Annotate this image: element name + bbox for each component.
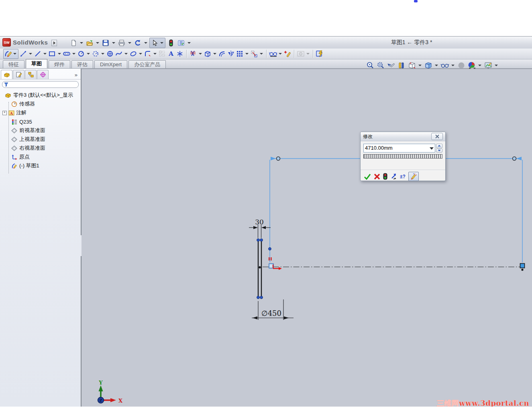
rectangle-button[interactable] [48,50,56,58]
select-button[interactable] [151,39,159,47]
display-relations-button[interactable] [269,50,277,58]
view-orientation-button[interactable] [407,61,416,70]
tree-item-right-plane[interactable]: 右视基准面 [0,144,81,153]
tree-item-front-plane[interactable]: 前视基准面 [0,126,81,135]
tab-dimxpert[interactable]: DimXpert [94,60,127,68]
new-dropdown-icon[interactable] [80,42,83,44]
tree-filter[interactable] [2,81,79,88]
polygon-button[interactable] [106,50,114,58]
accept-button[interactable] [364,173,371,180]
smart-dimension-button[interactable] [19,50,27,58]
rebuild-button-dialog[interactable] [383,173,387,180]
line-dropdown-icon[interactable] [43,53,47,55]
save-dropdown-icon[interactable] [112,42,115,44]
section-view-button[interactable] [397,61,406,70]
menu-flyout-arrow-icon[interactable] [51,40,57,46]
arc-button[interactable] [92,50,100,58]
shaded-sketch-contours-button[interactable] [316,50,324,58]
thumbwheel[interactable] [363,154,442,159]
display-style-dropdown-icon[interactable] [435,65,438,66]
slot-button[interactable] [63,50,71,58]
offset-entities-button[interactable] [218,50,226,58]
circle-dropdown-icon[interactable] [87,53,90,55]
linear-pattern-button[interactable] [236,50,244,58]
zoom-to-area-button[interactable] [376,61,385,70]
spline-button[interactable] [115,50,123,58]
dim-handle-left[interactable] [277,157,280,161]
circle-button[interactable] [77,50,85,58]
width-dimension-text[interactable]: 30 [255,218,264,226]
configuration-manager-tab[interactable] [25,70,37,79]
value-spinner[interactable] [436,144,442,153]
tab-weldments[interactable]: 焊件 [49,60,70,68]
sketch-lines[interactable] [258,240,261,297]
centerline-endpoint-handle[interactable] [520,264,525,268]
reverse-direction-button[interactable] [390,173,397,180]
dimension-value-input[interactable] [364,144,426,152]
print-dropdown-icon[interactable] [128,42,131,44]
property-manager-tab[interactable] [13,70,24,79]
tab-features[interactable]: 特征 [3,60,24,68]
sketch-fillet-button[interactable] [144,50,152,58]
options-button[interactable] [177,39,185,47]
display-relations-dropdown-icon[interactable] [279,53,282,55]
move-entities-dropdown-icon[interactable] [260,53,263,55]
open-dropdown-icon[interactable] [96,42,99,44]
modify-dialog-titlebar[interactable]: 修改 [361,132,445,141]
move-entities-button[interactable] [250,50,258,58]
centerline-endpoint[interactable] [521,269,523,271]
arc-dropdown-icon[interactable] [101,53,104,55]
diameter-dimension[interactable]: ∅450 [252,299,294,320]
fillet-dropdown-icon[interactable] [153,53,157,55]
ellipse-dropdown-icon[interactable] [139,53,142,55]
display-style-button[interactable] [424,61,433,70]
options-dropdown-icon[interactable] [188,42,191,44]
select-dropdown-icon[interactable] [160,42,163,44]
slot-dropdown-icon[interactable] [72,53,75,55]
new-document-button[interactable] [69,39,78,47]
line-button[interactable] [34,50,42,58]
spin-up-button[interactable] [436,144,442,148]
pattern-button[interactable] [158,50,166,58]
tree-item-annotations[interactable]: + A 注解 [0,108,81,117]
rebuild-button[interactable] [167,39,175,47]
extension-point[interactable] [269,248,271,250]
apply-scene-dropdown-icon[interactable] [495,65,498,66]
dimxpert-manager-tab[interactable] [37,70,49,79]
print-button[interactable] [117,39,126,47]
dimension-wand-button[interactable] [408,172,419,181]
mirror-entities-button[interactable] [227,50,235,58]
convert-entities-dropdown-icon[interactable] [213,53,216,55]
edit-appearance-button[interactable] [467,61,476,70]
tree-item-part[interactable]: 零件3 (默认<<默认>_显示 [0,91,81,100]
zoom-to-fit-button[interactable] [365,61,375,70]
panel-tabs-more[interactable]: » [75,72,80,79]
trim-dropdown-icon[interactable] [199,53,202,55]
tree-item-sensors[interactable]: 传感器 [0,100,81,108]
smart-dimension-dropdown-icon[interactable] [29,53,32,55]
dim-handle-right[interactable] [513,157,516,161]
sketch-button[interactable] [3,49,18,59]
hide-show-dropdown-icon[interactable] [451,65,455,66]
sketch-text-button[interactable]: A [167,50,175,58]
feature-manager-tab[interactable] [1,70,12,79]
title-bar[interactable]: SW SolidWorks [0,37,532,49]
rectangle-dropdown-icon[interactable] [58,53,61,55]
midpoint[interactable] [259,266,261,268]
hide-show-items-button[interactable] [440,61,449,70]
open-button[interactable] [85,39,94,47]
cancel-button[interactable] [374,173,380,180]
ellipse-button[interactable] [129,50,137,58]
shadow-sphere-button[interactable] [457,61,466,70]
tab-sketch[interactable]: 草图 [26,59,47,68]
trim-entities-button[interactable] [189,50,197,58]
instant-2d-dropdown-icon[interactable] [306,53,310,55]
spin-down-button[interactable] [436,149,442,153]
tab-office-products[interactable]: 办公室产品 [128,60,166,68]
filter-input[interactable] [10,82,78,87]
diameter-dimension-text[interactable]: ∅450 [261,309,281,317]
instant-2d-button[interactable] [297,50,305,58]
add-relation-button[interactable] [283,50,291,58]
modify-close-button[interactable] [431,133,443,140]
sketch-dropdown-icon[interactable] [13,53,16,55]
